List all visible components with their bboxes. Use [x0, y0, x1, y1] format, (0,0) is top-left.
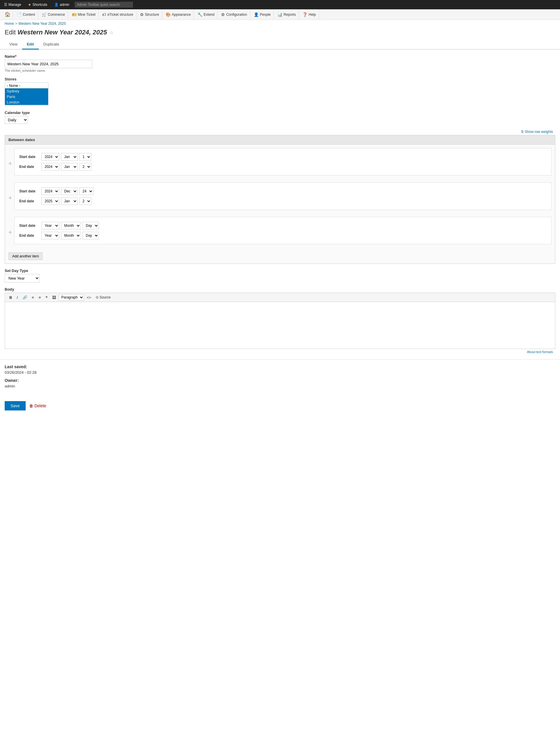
editor-source-button[interactable]: ⊙ Source: [94, 295, 113, 300]
editor-list-unordered-button[interactable]: ≡: [30, 295, 36, 301]
body-label: Body: [5, 287, 555, 292]
owner-value: admin: [5, 384, 555, 388]
tab-edit[interactable]: Edit: [22, 40, 39, 50]
about-text-format-link[interactable]: About text formats: [527, 350, 553, 354]
between-dates-header: Between dates: [5, 135, 555, 145]
start-date-row-3: Start date Year 2024 2025 Month JanFebMa…: [19, 222, 547, 230]
editor-content[interactable]: [5, 302, 555, 349]
shortcuts-button[interactable]: ★ Shortcuts: [26, 0, 49, 9]
last-saved-value: 03/26/2024 - 02:28: [5, 370, 555, 374]
drag-handle-1[interactable]: ✛: [8, 161, 12, 166]
add-another-item-button[interactable]: Add another item: [8, 253, 43, 260]
start-date-label-1: Start date: [19, 155, 40, 159]
end-year-select-3[interactable]: Year 2024 2025: [41, 232, 59, 239]
end-month-select-2[interactable]: Jan FebMarAprMay JunJulAugSep OctNovDec: [61, 197, 78, 205]
admin-search-input[interactable]: [75, 2, 133, 8]
end-year-select-2[interactable]: 2024 2025: [41, 197, 59, 205]
date-item-3: ✛ Start date Year 2024 2025 Month JanFeb…: [8, 217, 552, 248]
manage-label: Manage: [8, 3, 21, 7]
about-text-format-area: About text formats: [5, 349, 555, 355]
nav-home[interactable]: 🏠: [2, 9, 13, 20]
delete-button[interactable]: 🗑 Delete: [29, 403, 46, 408]
name-label: Name*: [5, 54, 555, 59]
date-card-2: Start date 2024 2025 JanFebMarApr MayJun…: [14, 183, 552, 210]
stores-option-none[interactable]: - None -: [5, 83, 48, 88]
editor-wrapper: B I 🔗 ≡ ≡ ❝ 🖼 Paragraph Heading 1 Headin…: [5, 293, 555, 349]
reports-icon: 📊: [277, 12, 282, 17]
nav-people[interactable]: 👤 People: [251, 9, 274, 20]
name-hint: The eticket_scheduler name.: [5, 69, 555, 72]
date-item-2: ✛ Start date 2024 2025 JanFebMarApr MayJ…: [8, 183, 552, 213]
user-icon: 👤: [54, 3, 59, 7]
tab-bar: View Edit Duplicate: [0, 40, 560, 50]
end-day-select-2[interactable]: 1 2 3: [79, 197, 91, 205]
start-date-row-2: Start date 2024 2025 JanFebMarApr MayJun…: [19, 188, 547, 195]
nav-structure[interactable]: ⚙ Structure: [137, 9, 162, 20]
editor-quote-button[interactable]: ❝: [43, 295, 50, 301]
show-row-weights-button[interactable]: ⇅ Show row weights: [5, 129, 555, 135]
drag-handle-3[interactable]: ✛: [8, 230, 12, 235]
editor-italic-button[interactable]: I: [15, 295, 20, 301]
end-day-select-1[interactable]: 1 2 3: [79, 163, 91, 171]
admin-user-button[interactable]: 👤 admin: [53, 0, 71, 9]
help-icon: ❓: [302, 12, 307, 17]
nav-reports[interactable]: 📊 Reports: [274, 9, 299, 20]
end-month-select-3[interactable]: Month JanFebMarApr MayJunJulAug SepOctNo…: [61, 232, 81, 239]
manage-button[interactable]: ☰ Manage: [2, 0, 23, 9]
stores-option-paris[interactable]: Paris: [5, 94, 48, 99]
editor-link-button[interactable]: 🔗: [20, 295, 29, 301]
meta-section: Last saved: 03/26/2024 - 02:28 Owner: ad…: [0, 360, 560, 396]
end-date-row-1: End date 2024 2025 Jan FebMarAprMay JunJ…: [19, 163, 547, 171]
editor-code-button[interactable]: <>: [85, 295, 93, 301]
start-year-select-3[interactable]: Year 2024 2025: [41, 222, 59, 230]
drag-handle-2[interactable]: ✛: [8, 196, 12, 200]
start-month-select-2[interactable]: JanFebMarApr MayJunJulAug SepOctNov Dec: [61, 188, 78, 195]
nav-help[interactable]: ❓ Help: [300, 9, 319, 20]
nav-commerce[interactable]: 🛒 Commerce: [39, 9, 68, 20]
end-day-select-3[interactable]: Day 123: [83, 232, 99, 239]
name-field-group: Name* The eticket_scheduler name.: [5, 54, 555, 72]
editor-bold-button[interactable]: B: [7, 295, 14, 301]
stores-listbox[interactable]: - None - Sydney Paris London New York: [5, 83, 48, 106]
page-title-area: Edit Western New Year 2024, 2025 ☆: [0, 27, 560, 40]
start-year-select-2[interactable]: 2024 2025: [41, 188, 59, 195]
end-date-label-1: End date: [19, 165, 40, 169]
end-year-select-1[interactable]: 2024 2025: [41, 163, 59, 171]
stores-option-london[interactable]: London: [5, 99, 48, 105]
nav-appearance[interactable]: 🎨 Appearance: [163, 9, 194, 20]
save-button[interactable]: Save: [5, 401, 26, 410]
calendar-type-select[interactable]: Daily Weekly Monthly: [5, 116, 28, 124]
last-saved-label: Last saved:: [5, 365, 555, 369]
start-month-select-1[interactable]: Jan FebMarAprMay JunJulAugSep OctNovDec: [61, 153, 78, 161]
editor-format-select[interactable]: Paragraph Heading 1 Heading 2 Heading 3: [59, 294, 84, 301]
star-icon: ★: [28, 3, 31, 7]
admin-toolbar: ☰ Manage ★ Shortcuts 👤 admin: [0, 0, 560, 9]
configuration-icon: ⚙: [221, 12, 225, 17]
stores-option-sydney[interactable]: Sydney: [5, 88, 48, 94]
nav-extend[interactable]: 🔧 Extend: [195, 9, 218, 20]
owner-label: Owner:: [5, 378, 555, 383]
editor-list-ordered-button[interactable]: ≡: [37, 295, 43, 301]
tab-duplicate[interactable]: Duplicate: [39, 40, 64, 50]
content-icon: 📄: [17, 12, 22, 17]
stores-option-newyork[interactable]: New York: [5, 105, 48, 106]
start-day-select-3[interactable]: Day 123: [83, 222, 99, 230]
breadcrumb-current[interactable]: Western New Year 2024, 2025: [18, 22, 66, 26]
nav-configuration[interactable]: ⚙ Configuration: [218, 9, 250, 20]
end-month-select-1[interactable]: Jan FebMarAprMay JunJulAugSep OctNovDec: [61, 163, 78, 171]
start-day-select-1[interactable]: 1 2345: [79, 153, 91, 161]
editor-image-button[interactable]: 🖼: [50, 295, 58, 301]
start-date-row-1: Start date 2024 2025 2026 Jan FebMarAprM…: [19, 153, 547, 161]
set-day-type-select[interactable]: New Year Christmas Easter Other: [5, 274, 40, 283]
stores-field-group: Stores - None - Sydney Paris London New …: [5, 77, 555, 106]
nav-mine-ticket[interactable]: 🎫 Mine Ticket: [69, 9, 99, 20]
nav-eticket-structure[interactable]: 🏷 eTicket structure: [99, 9, 136, 20]
tab-view[interactable]: View: [5, 40, 22, 50]
breadcrumb-home[interactable]: Home: [5, 22, 14, 26]
start-month-select-3[interactable]: Month JanFebMarApr MayJunJulAug SepOctNo…: [61, 222, 81, 230]
name-input[interactable]: [5, 60, 92, 68]
nav-content[interactable]: 📄 Content: [14, 9, 38, 20]
favorite-star-icon[interactable]: ☆: [109, 30, 113, 35]
start-year-select-1[interactable]: 2024 2025 2026: [41, 153, 59, 161]
start-day-select-2[interactable]: 1234 5678 9101112 13141516 17181920 2122…: [79, 188, 93, 195]
